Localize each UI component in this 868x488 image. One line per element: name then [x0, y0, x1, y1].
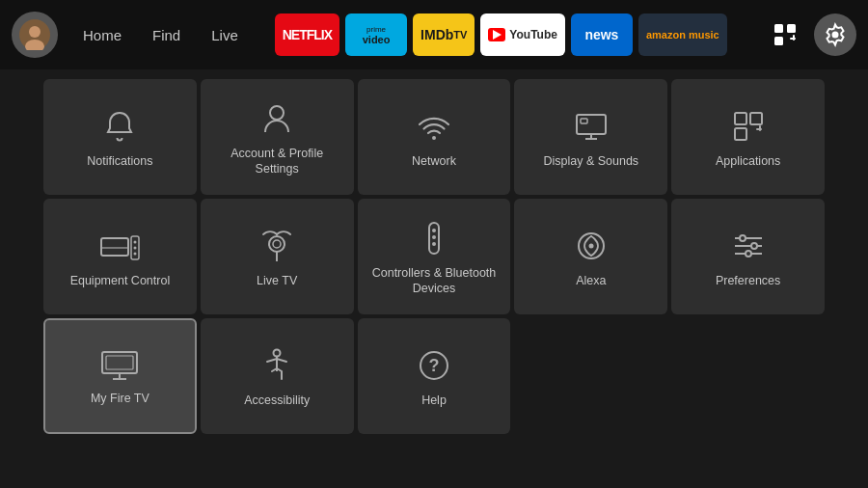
network-label: Network: [412, 153, 456, 169]
settings-help[interactable]: ? Help: [358, 318, 511, 434]
livetv-label: Live TV: [257, 273, 297, 288]
accessibility-icon: [258, 346, 296, 385]
channel-netflix[interactable]: NETFLIX: [275, 14, 339, 56]
channel-primevideo[interactable]: prime video: [345, 14, 407, 56]
help-label: Help: [421, 393, 447, 408]
controllers-label: Controllers & Bluetooth Devices: [366, 265, 503, 297]
applications-label: Applications: [716, 153, 780, 169]
svg-point-29: [432, 235, 436, 239]
settings-alexa[interactable]: Alexa: [514, 199, 667, 314]
settings-grid-container: Notifications Account & Profile Settings: [0, 69, 868, 444]
equipment-label: Equipment Control: [70, 273, 171, 288]
settings-accessibility[interactable]: Accessibility: [201, 318, 354, 434]
settings-grid: Notifications Account & Profile Settings: [43, 79, 825, 434]
settings-network[interactable]: Network: [358, 79, 511, 195]
person-icon: [258, 99, 296, 138]
svg-point-9: [270, 106, 284, 120]
preferences-label: Preferences: [716, 273, 780, 288]
bell-icon: [100, 107, 139, 146]
settings-display[interactable]: Display & Sounds: [514, 79, 667, 195]
nav-home[interactable]: Home: [69, 21, 135, 49]
wifi-icon: [415, 107, 453, 146]
alexa-label: Alexa: [576, 273, 606, 288]
svg-point-44: [274, 349, 281, 356]
svg-rect-7: [793, 35, 795, 41]
nav-icons: [764, 14, 856, 56]
svg-rect-5: [774, 37, 783, 45]
svg-rect-13: [735, 113, 746, 124]
settings-preferences[interactable]: Preferences: [671, 199, 825, 314]
svg-rect-4: [787, 24, 796, 33]
alexa-icon: [572, 227, 610, 265]
display-label: Display & Sounds: [543, 153, 638, 169]
svg-point-38: [746, 251, 751, 257]
antenna-icon: [258, 227, 296, 265]
settings-applications[interactable]: Applications: [671, 79, 825, 195]
svg-rect-15: [735, 128, 746, 140]
svg-point-24: [269, 236, 285, 252]
account-label: Account & Profile Settings: [208, 146, 346, 177]
channel-youtube[interactable]: YouTube: [480, 14, 565, 56]
svg-point-23: [134, 252, 137, 255]
svg-rect-40: [106, 356, 133, 369]
svg-point-36: [740, 235, 746, 241]
settings-account[interactable]: Account & Profile Settings: [201, 79, 354, 195]
monitor-icon: [572, 107, 610, 146]
svg-point-1: [29, 26, 41, 38]
svg-rect-39: [102, 352, 137, 373]
channel-news[interactable]: news: [571, 14, 633, 56]
grid-icon-button[interactable]: [764, 14, 806, 56]
settings-controllers[interactable]: Controllers & Bluetooth Devices: [358, 199, 511, 314]
svg-rect-18: [101, 238, 128, 256]
svg-point-32: [588, 243, 593, 248]
accessibility-label: Accessibility: [244, 393, 310, 408]
sliders-icon: [729, 227, 768, 265]
top-nav: Home Find Live NETFLIX prime video IMDbT…: [0, 0, 868, 69]
svg-text:?: ?: [428, 356, 439, 375]
help-icon: ?: [415, 346, 453, 385]
svg-point-22: [134, 246, 137, 249]
settings-gear-button[interactable]: [814, 14, 856, 56]
tv-icon: [98, 227, 141, 265]
channel-logos: NETFLIX prime video IMDbTV YouTube news …: [275, 14, 748, 56]
apps-icon: [729, 107, 768, 146]
svg-point-25: [273, 240, 281, 248]
settings-livetv[interactable]: Live TV: [201, 199, 354, 314]
svg-point-30: [432, 242, 436, 246]
svg-point-21: [134, 240, 137, 243]
svg-rect-17: [759, 125, 761, 131]
channel-imdb[interactable]: IMDbTV: [413, 14, 475, 56]
remote-icon: [415, 219, 453, 258]
svg-point-37: [751, 243, 757, 249]
avatar[interactable]: [12, 12, 58, 58]
svg-rect-11: [577, 115, 606, 134]
svg-point-8: [832, 32, 839, 39]
svg-point-10: [432, 136, 436, 140]
svg-rect-12: [581, 119, 587, 123]
my-fire-tv-label: My Fire TV: [91, 391, 149, 406]
settings-notifications[interactable]: Notifications: [43, 79, 197, 195]
channel-amazonmusic[interactable]: amazon music: [638, 14, 727, 56]
settings-equipment[interactable]: Equipment Control: [43, 199, 197, 314]
nav-find[interactable]: Find: [139, 21, 194, 49]
svg-rect-3: [774, 24, 783, 33]
nav-live[interactable]: Live: [198, 21, 252, 49]
svg-point-28: [432, 229, 436, 232]
settings-my-fire-tv[interactable]: My Fire TV: [43, 318, 197, 434]
firetv-icon: [98, 348, 141, 383]
svg-rect-14: [750, 113, 762, 124]
notifications-label: Notifications: [87, 153, 152, 169]
nav-links: Home Find Live: [69, 21, 252, 49]
